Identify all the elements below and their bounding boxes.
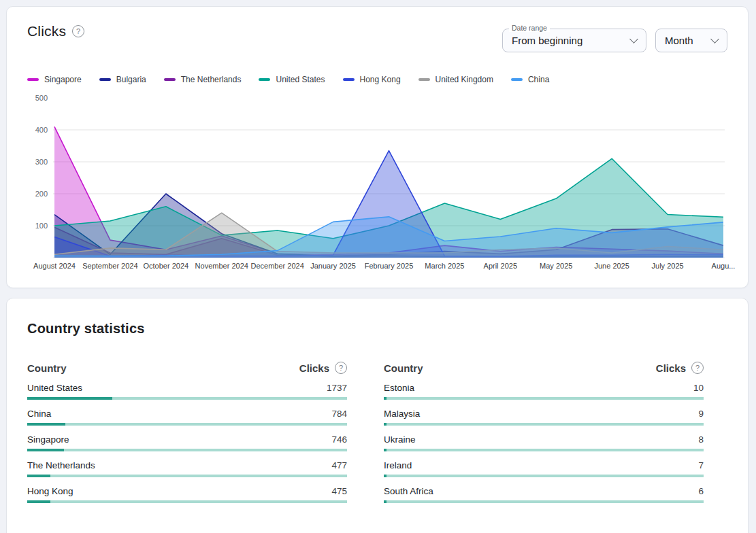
clicks-header-text: Clicks <box>299 362 329 374</box>
chart-legend: SingaporeBulgariaThe NetherlandsUnited S… <box>27 75 727 84</box>
legend-swatch-icon <box>259 78 270 81</box>
date-range-label: Date range <box>509 24 550 32</box>
clicks-value: 1737 <box>327 383 347 393</box>
country-name: Ireland <box>384 460 412 470</box>
clicks-value: 475 <box>331 486 347 496</box>
x-axis-tick-label: August 2024 <box>33 262 76 270</box>
x-axis-tick-label: January 2025 <box>310 262 356 270</box>
clicks-bar-track <box>27 423 347 426</box>
date-range-select[interactable]: Date range From beginning <box>502 29 646 52</box>
clicks-bar-track <box>384 449 704 451</box>
table-row: Malaysia9 <box>384 409 704 426</box>
clicks-value: 10 <box>693 383 704 393</box>
help-icon[interactable]: ? <box>335 362 347 374</box>
clicks-panel-header: Clicks ? Date range From beginning Month <box>27 7 727 52</box>
table-row-text: Malaysia9 <box>384 409 704 419</box>
country-column-header: Country <box>384 362 423 374</box>
country-name: Hong Kong <box>27 486 73 496</box>
clicks-bar-fill <box>384 475 387 477</box>
x-axis-tick-label: February 2025 <box>365 262 414 270</box>
clicks-title: Clicks ? <box>27 23 84 39</box>
granularity-select[interactable]: Month <box>655 29 727 52</box>
x-axis-tick-label: July 2025 <box>652 262 684 270</box>
table-row: The Netherlands477 <box>27 460 347 477</box>
legend-label: The Netherlands <box>181 75 242 84</box>
country-column-header: Country <box>27 362 67 374</box>
table-row: Ireland7 <box>384 460 704 477</box>
legend-swatch-icon <box>99 78 111 81</box>
clicks-title-text: Clicks <box>27 23 66 39</box>
clicks-chart-svg: 100200300400500August 2024September 2024… <box>27 94 729 275</box>
help-icon[interactable]: ? <box>691 362 704 374</box>
clicks-bar-fill <box>27 449 64 451</box>
table-row-text: South Africa6 <box>384 486 704 496</box>
table-row-text: Ireland7 <box>384 460 704 470</box>
help-icon[interactable]: ? <box>72 25 84 37</box>
y-axis-tick-label: 500 <box>35 94 48 102</box>
legend-swatch-icon <box>343 78 355 81</box>
table-row: Estonia10 <box>384 383 704 400</box>
chevron-down-icon <box>710 35 719 44</box>
table-row: Ukraine8 <box>384 434 704 451</box>
legend-item-singapore[interactable]: Singapore <box>27 75 82 84</box>
legend-item-the-netherlands[interactable]: The Netherlands <box>164 75 242 84</box>
y-axis-tick-label: 100 <box>35 222 48 230</box>
table-header-row: CountryClicks? <box>27 362 347 374</box>
table-row-text: Ukraine8 <box>384 434 704 445</box>
table-row: United States1737 <box>27 383 347 400</box>
x-axis-tick-label: November 2024 <box>195 262 248 270</box>
chart-controls: Date range From beginning Month <box>502 29 727 52</box>
country-tables: CountryClicks?United States1737China784S… <box>27 362 727 503</box>
table-header-row: CountryClicks? <box>384 362 704 374</box>
legend-swatch-icon <box>27 78 39 81</box>
legend-item-bulgaria[interactable]: Bulgaria <box>99 75 146 84</box>
clicks-bar-fill <box>384 449 387 451</box>
legend-swatch-icon <box>164 78 176 81</box>
clicks-bar-track <box>27 475 347 477</box>
clicks-chart[interactable]: 100200300400500August 2024September 2024… <box>27 94 727 275</box>
x-axis-tick-label: April 2025 <box>484 262 518 270</box>
legend-item-china[interactable]: China <box>511 75 549 84</box>
table-row: Singapore746 <box>27 434 347 451</box>
clicks-bar-fill <box>27 500 50 503</box>
x-axis-tick-label: March 2025 <box>425 262 464 270</box>
table-rows: Estonia10Malaysia9Ukraine8Ireland7South … <box>384 383 704 503</box>
legend-swatch-icon <box>511 78 523 81</box>
clicks-bar-fill <box>27 397 112 400</box>
table-row-text: China784 <box>27 409 347 419</box>
y-axis-tick-label: 400 <box>35 126 48 134</box>
legend-item-hong-kong[interactable]: Hong Kong <box>343 75 401 84</box>
legend-item-united-states[interactable]: United States <box>259 75 325 84</box>
clicks-bar-track <box>384 423 704 426</box>
clicks-bar-fill <box>27 475 50 477</box>
chevron-down-icon <box>629 35 638 44</box>
legend-label: China <box>528 75 549 84</box>
country-name: Ukraine <box>384 434 416 445</box>
clicks-bar-track <box>27 449 347 451</box>
table-row-text: United States1737 <box>27 383 347 393</box>
table-row: Hong Kong475 <box>27 486 347 503</box>
x-axis-tick-label: Augu... <box>712 262 736 270</box>
country-name: Malaysia <box>384 409 420 419</box>
legend-item-united-kingdom[interactable]: United Kingdom <box>418 75 493 84</box>
clicks-bar-fill <box>384 423 387 426</box>
x-axis-tick-label: May 2025 <box>540 262 572 270</box>
clicks-value: 7 <box>698 460 704 470</box>
legend-label: Hong Kong <box>360 75 401 84</box>
clicks-value: 477 <box>331 460 347 470</box>
table-row-text: Estonia10 <box>384 383 704 393</box>
country-name: South Africa <box>384 486 433 496</box>
clicks-value: 6 <box>698 486 704 496</box>
country-statistics-title: Country statistics <box>27 298 727 337</box>
clicks-bar-fill <box>384 500 387 503</box>
table-row-text: Hong Kong475 <box>27 486 347 496</box>
table-row: China784 <box>27 409 347 426</box>
table-row: South Africa6 <box>384 486 704 503</box>
table-row-text: The Netherlands477 <box>27 460 347 470</box>
legend-label: Bulgaria <box>116 75 146 84</box>
clicks-column-header: Clicks? <box>656 362 704 374</box>
country-table-1: CountryClicks?United States1737China784S… <box>27 362 347 503</box>
country-statistics-panel: Country statistics CountryClicks?United … <box>6 298 749 533</box>
country-name: Estonia <box>384 383 414 393</box>
x-axis-tick-label: September 2024 <box>82 262 137 270</box>
